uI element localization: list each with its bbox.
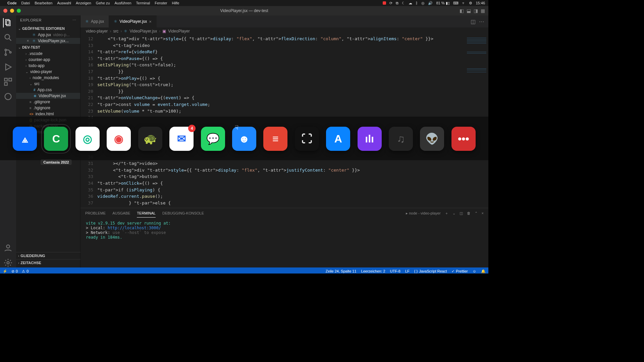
status-prettier[interactable]: ✓ Prettier — [451, 269, 468, 274]
explorer-more-icon[interactable]: ⋯ — [72, 18, 76, 22]
activity-explorer-icon[interactable] — [3, 18, 12, 27]
status-indent[interactable]: Leerzeichen: 2 — [361, 269, 385, 273]
tree-item-video-player[interactable]: ⌄video-player — [16, 69, 80, 75]
status-feedback-icon[interactable]: ☺ — [473, 269, 476, 273]
status-warnings[interactable]: ⚠ 0 — [22, 269, 29, 274]
menu-anzeigen[interactable]: Anzeigen — [76, 1, 91, 5]
split-editor-icon[interactable]: ◫ — [471, 18, 476, 25]
menu-ausfuehren[interactable]: Ausführen — [114, 1, 131, 5]
terminal-dropdown-icon[interactable]: ⌄ — [452, 211, 455, 216]
open-editor-appjsx[interactable]: ⚛ App.jsx video-p... — [16, 32, 80, 38]
tree-item-videoplayer-jsx[interactable]: ⚛VideoPlayer.jsx — [16, 93, 80, 99]
status-keyboard-icon[interactable]: ⌨ — [453, 1, 459, 5]
status-encoding[interactable]: UTF-8 — [390, 269, 400, 273]
status-volume-icon[interactable]: 🔊 — [428, 1, 433, 5]
tab-videoplayer[interactable]: ⚛VideoPlayer.jsx × — [109, 15, 156, 27]
open-editors-section[interactable]: ⌄GEÖFFNETE EDITOREN — [16, 25, 80, 32]
panel-tab-debug[interactable]: DEBUGGING-KONSOLE — [162, 209, 204, 217]
menu-auswahl[interactable]: Auswahl — [57, 1, 71, 5]
open-editor-videoplayer[interactable]: × ⚛ VideoPlayer.jsx... — [16, 38, 80, 44]
close-tab-icon[interactable]: × — [149, 19, 152, 24]
layout-grid-icon[interactable]: ▦ — [481, 8, 485, 13]
tree-item--gitignore[interactable]: ≡.gitignore — [16, 99, 80, 105]
status-airdrop-icon[interactable]: ◎ — [421, 1, 425, 5]
project-section[interactable]: ⌄DEV-TEST — [16, 44, 80, 51]
section-zeitachse[interactable]: ›ZEITACHSE — [16, 259, 80, 266]
kill-terminal-icon[interactable]: 🗑 — [467, 211, 471, 215]
activity-run-debug-icon[interactable] — [3, 62, 13, 72]
status-errors[interactable]: ⊘ 0 — [11, 269, 18, 274]
activity-source-control-icon[interactable] — [3, 48, 13, 57]
tree-item-node-modules[interactable]: ›node_modules — [16, 75, 80, 81]
activity-search-icon[interactable] — [3, 33, 13, 42]
menu-fenster[interactable]: Fenster — [155, 1, 167, 5]
menu-terminal[interactable]: Terminal — [136, 1, 150, 5]
dock-chrome-icon[interactable]: ◉ — [107, 127, 131, 151]
tree-item--vscode[interactable]: ›.vscode — [16, 51, 80, 57]
tab-appjsx[interactable]: ⚛App.jsx — [80, 15, 109, 27]
activity-accounts-icon[interactable] — [3, 243, 13, 253]
dock-audio-icon[interactable]: ılı — [358, 127, 382, 151]
maximize-panel-icon[interactable]: ⌃ — [475, 211, 478, 216]
tree-item-counter-app[interactable]: ›counter-app — [16, 57, 80, 63]
status-cursor-pos[interactable]: Zeile 24, Spalte 11 — [326, 269, 357, 273]
menu-bearbeiten[interactable]: Bearbeiten — [35, 1, 52, 5]
status-dnd-icon[interactable]: ☾ — [402, 1, 405, 5]
dock-screenshot-icon[interactable]: ⛶ — [295, 127, 319, 151]
status-language[interactable]: { } JavaScript React — [414, 269, 447, 273]
dock-reddit-icon[interactable]: 👽 — [420, 127, 444, 151]
panel-tab-probleme[interactable]: PROBLEME — [85, 209, 106, 217]
status-dropbox-icon[interactable]: ⧉ — [396, 1, 398, 5]
status-remote-icon[interactable]: ⚡ — [3, 269, 7, 274]
terminal-shell-label[interactable]: ▸ node - video-player — [406, 211, 440, 216]
section-gliederung[interactable]: ›GLIEDERUNG — [16, 252, 80, 259]
menu-datei[interactable]: Datei — [21, 1, 30, 5]
menu-gehezu[interactable]: Gehe zu — [96, 1, 110, 5]
panel-tab-terminal[interactable]: TERMINAL — [137, 209, 156, 218]
status-bluetooth-icon[interactable]: ᛒ — [416, 1, 418, 5]
terminal-output[interactable]: vite v2.9.15 dev server running at:> Loc… — [80, 218, 488, 267]
status-battery[interactable]: 81 % ▮▯ — [436, 1, 450, 5]
tree-item-todo-app[interactable]: ›todo-app — [16, 63, 80, 69]
activity-extensions-icon[interactable] — [3, 77, 13, 86]
tree-item-index-html[interactable]: <>index.html — [16, 111, 80, 117]
status-recording-icon[interactable] — [383, 1, 386, 5]
dock-thunderbird-icon[interactable]: ✉4 — [169, 127, 194, 151]
dock-camtasia-icon[interactable]: CCamtasia 2022 — [44, 127, 68, 151]
activity-remote-icon[interactable] — [3, 92, 13, 101]
activity-settings-icon[interactable] — [3, 258, 13, 267]
status-clock[interactable]: 15:46 — [476, 1, 485, 5]
layout-left-icon[interactable]: ◧ — [460, 8, 464, 13]
menu-hilfe[interactable]: Hilfe — [172, 1, 179, 5]
tree-item-app-css[interactable]: #App.css — [16, 87, 80, 93]
zoom-window-button[interactable] — [17, 9, 21, 13]
tree-item--hgignore[interactable]: ≡.hgignore — [16, 105, 80, 111]
dock-todoist-icon[interactable]: ≡ — [263, 127, 287, 151]
close-icon[interactable]: × — [25, 39, 30, 43]
layout-bottom-icon[interactable]: ⬓ — [467, 8, 471, 13]
status-cloud-icon[interactable]: ☁ — [409, 1, 412, 5]
status-sync-icon[interactable]: ⟳ — [389, 1, 392, 5]
editor-more-icon[interactable]: ⋯ — [479, 18, 484, 25]
split-terminal-icon[interactable]: ◫ — [460, 211, 463, 216]
tree-item-src[interactable]: ⌄src — [16, 81, 80, 87]
status-eol[interactable]: LF — [405, 269, 410, 273]
panel-tab-ausgabe[interactable]: AUSGABE — [112, 209, 130, 217]
dock-more-icon[interactable]: ••• — [451, 127, 476, 151]
dock-vscode-icon[interactable]: ⟁ — [13, 127, 37, 151]
status-wifi-icon[interactable]: ᯤ — [462, 1, 466, 5]
status-control-center-icon[interactable]: ⚙ — [469, 1, 472, 5]
layout-right-icon[interactable]: ◨ — [474, 8, 478, 13]
breadcrumb[interactable]: video-player› src› ⚛VideoPlayer.jsx› ▣Vi… — [80, 27, 488, 35]
dock-whatsapp-icon[interactable]: 💬 — [201, 127, 225, 151]
dock-appstore-icon[interactable]: A — [326, 127, 350, 151]
close-window-button[interactable] — [3, 9, 7, 13]
dock-sourcetree-icon[interactable]: 🐢 — [138, 127, 162, 151]
dock-edge-icon[interactable]: ◎ — [75, 127, 100, 151]
close-panel-icon[interactable]: × — [482, 211, 484, 215]
new-terminal-icon[interactable]: ＋ — [445, 211, 448, 216]
menubar-app-name[interactable]: Code — [7, 1, 17, 5]
dock-music-icon[interactable]: ♫ — [389, 127, 413, 151]
minimize-window-button[interactable] — [10, 9, 14, 13]
status-bell-icon[interactable]: 🔔 — [481, 269, 486, 274]
